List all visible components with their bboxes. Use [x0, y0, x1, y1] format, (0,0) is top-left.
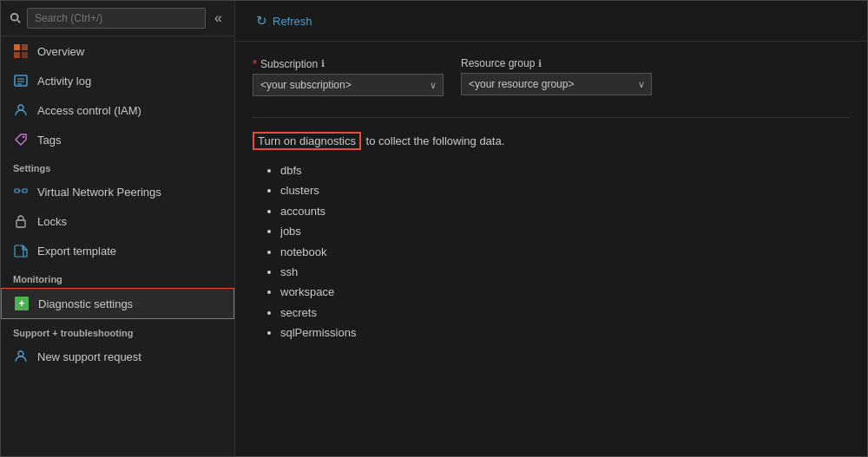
- resource-group-label: Resource group ℹ: [461, 57, 652, 69]
- subscription-dropdown-wrapper: <your subscription>: [253, 74, 444, 96]
- resource-group-label-text: Resource group: [461, 57, 535, 69]
- list-item: accounts: [280, 201, 850, 221]
- list-item: clusters: [280, 180, 850, 200]
- subscription-required: *: [253, 57, 257, 70]
- settings-section-label: Settings: [1, 154, 234, 177]
- list-item: workspace: [280, 282, 850, 302]
- svg-point-11: [23, 136, 24, 138]
- sidebar-item-new-support-label: New support request: [37, 350, 141, 363]
- sidebar-item-activity-log[interactable]: Activity log: [1, 66, 234, 95]
- svg-rect-4: [14, 52, 20, 58]
- refresh-icon: ↻: [256, 13, 267, 29]
- list-item: secrets: [280, 303, 850, 323]
- toolbar: ↻ Refresh: [235, 1, 867, 42]
- main-content: ↻ Refresh * Subscription ℹ <your subscri…: [235, 1, 867, 456]
- sidebar-item-diagnostic-settings-label: Diagnostic settings: [38, 297, 133, 310]
- export-template-icon: [13, 243, 29, 258]
- svg-point-10: [18, 105, 23, 110]
- support-icon: [13, 349, 29, 364]
- sidebar-item-new-support[interactable]: New support request: [1, 342, 234, 371]
- sidebar-item-activity-log-label: Activity log: [37, 75, 91, 88]
- resource-group-info-icon: ℹ: [538, 58, 542, 69]
- sidebar-item-locks[interactable]: Locks: [1, 206, 234, 236]
- collapse-sidebar-button[interactable]: «: [211, 9, 226, 28]
- diagnostics-intro: Turn on diagnostics to collect the follo…: [253, 132, 850, 150]
- list-item: sqlPermissions: [280, 323, 850, 343]
- list-item: dbfs: [280, 160, 850, 180]
- svg-rect-5: [22, 52, 28, 58]
- refresh-button[interactable]: ↻ Refresh: [249, 10, 319, 32]
- list-item: jobs: [280, 221, 850, 241]
- diagnostics-section: Turn on diagnostics to collect the follo…: [253, 132, 850, 343]
- sidebar-item-vnet-label: Virtual Network Peerings: [37, 186, 161, 199]
- list-item: ssh: [280, 262, 850, 282]
- sidebar-item-access-control[interactable]: Access control (IAM): [1, 95, 234, 125]
- diagnostics-list: dbfs clusters accounts jobs notebook ssh…: [253, 160, 850, 343]
- subscription-select[interactable]: <your subscription>: [253, 74, 444, 96]
- refresh-label: Refresh: [273, 15, 312, 28]
- subscription-field-group: * Subscription ℹ <your subscription>: [253, 57, 444, 96]
- sidebar-item-export-template[interactable]: Export template: [1, 236, 234, 265]
- resource-group-dropdown-wrapper: <your resource group>: [461, 73, 652, 95]
- svg-rect-13: [23, 189, 27, 193]
- support-section-label: Support + troubleshooting: [1, 319, 234, 342]
- sidebar-item-overview-label: Overview: [37, 45, 84, 58]
- svg-rect-3: [22, 44, 28, 50]
- sidebar-item-overview[interactable]: Overview: [1, 36, 234, 66]
- svg-point-19: [18, 351, 23, 356]
- vnet-icon: [13, 184, 29, 199]
- sidebar-item-export-template-label: Export template: [37, 245, 116, 258]
- list-item: notebook: [280, 242, 850, 262]
- subscription-label: * Subscription ℹ: [253, 57, 444, 70]
- sidebar: « Overview: [1, 1, 235, 456]
- diagnostic-settings-icon: +: [14, 296, 30, 311]
- sidebar-item-locks-label: Locks: [37, 215, 67, 228]
- svg-line-1: [17, 20, 20, 23]
- sidebar-search-bar: «: [1, 1, 234, 36]
- sidebar-item-vnet[interactable]: Virtual Network Peerings: [1, 177, 234, 206]
- subscription-info-icon: ℹ: [321, 58, 325, 69]
- sidebar-item-access-control-label: Access control (IAM): [37, 104, 141, 117]
- diagnostics-intro-text: to collect the following data.: [363, 134, 504, 147]
- sidebar-item-tags-label: Tags: [37, 134, 61, 147]
- sidebar-item-tags[interactable]: Tags: [1, 125, 234, 154]
- svg-rect-12: [15, 189, 19, 193]
- resource-group-select[interactable]: <your resource group>: [461, 73, 652, 95]
- subscription-row: * Subscription ℹ <your subscription> Res…: [253, 57, 850, 96]
- content-area: * Subscription ℹ <your subscription> Res…: [235, 42, 867, 456]
- svg-rect-2: [14, 44, 20, 50]
- divider: [253, 117, 850, 118]
- search-icon: [10, 12, 22, 24]
- resource-group-field-group: Resource group ℹ <your resource group>: [461, 57, 652, 96]
- monitoring-section-label: Monitoring: [1, 265, 234, 288]
- svg-point-0: [11, 14, 18, 21]
- search-input[interactable]: [27, 8, 206, 29]
- app-container: « Overview: [0, 0, 868, 457]
- activity-log-icon: [13, 73, 29, 88]
- access-control-icon: [13, 102, 29, 118]
- svg-rect-15: [16, 220, 25, 227]
- tags-icon: [13, 132, 29, 147]
- turn-on-diagnostics-button[interactable]: Turn on diagnostics: [253, 132, 361, 150]
- overview-icon: [13, 43, 29, 59]
- locks-icon: [13, 213, 29, 229]
- sidebar-item-diagnostic-settings[interactable]: + Diagnostic settings: [1, 288, 234, 319]
- subscription-label-text: Subscription: [260, 58, 318, 70]
